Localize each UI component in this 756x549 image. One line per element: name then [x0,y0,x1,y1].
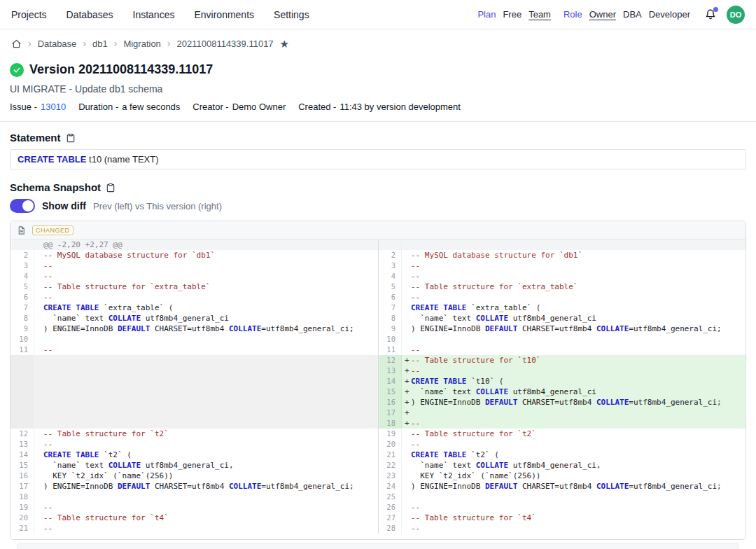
diff-line-number-right: 10 [378,334,402,345]
diff-marker [402,282,411,292]
diff-hint: Prev (left) vs This version (right) [93,201,222,211]
diff-code-left: -- [34,271,378,282]
diff-toggle-row: Show diff Prev (left) vs This version (r… [10,199,746,213]
diff-code-right: `name` text COLLATE utf8mb4_general_ci, [402,460,746,471]
diff-marker [34,429,43,439]
diff-viewer[interactable]: CHANGED @@ -2,20 +2,27 @@2-- MySQL datab… [10,221,746,540]
diff-row: 1010 [10,334,746,345]
breadcrumb-item[interactable]: Migration [123,39,160,49]
statement-section-head: Statement [10,132,746,144]
copy-snapshot-icon[interactable] [106,183,115,193]
diff-row: 4--4-- [10,271,746,282]
issue-link[interactable]: 13010 [41,102,66,112]
snapshot-section-head: Schema Snapshot [10,181,746,193]
diff-line-number-left [10,355,34,366]
version-header: Version 20211008114339.11017 [10,62,746,77]
diff-line-number-left: 5 [10,282,34,292]
diff-marker [402,313,411,324]
chevron-right-icon: › [114,38,118,49]
diff-code-left [34,334,378,345]
diff-code-right: -- [402,502,746,513]
diff-marker [402,523,411,534]
diff-row: 11--11-- [10,345,746,355]
success-check-icon [10,63,24,77]
diff-line-number-right: 25 [378,492,402,502]
diff-row: 19--26-- [10,502,746,513]
diff-line-number-left: 2 [10,250,34,260]
diff-line-number-left: 13 [10,439,34,450]
breadcrumb: ›Database›db1›Migration›20211008114339.1… [0,29,756,57]
diff-row: 14CREATE TABLE `t2` (21CREATE TABLE `t2`… [10,450,746,460]
diff-line-number-right: 20 [378,439,402,450]
nav-item-projects[interactable]: Projects [11,9,47,20]
meta-label: Creator - [192,102,228,112]
role-group: RoleOwnerDBADeveloper [564,9,690,20]
page-title: Version 20211008114339.11017 [29,62,213,77]
nav-item-databases[interactable]: Databases [66,9,113,20]
diff-code-left [34,397,378,408]
diff-marker: + [402,387,411,397]
diff-marker [402,260,411,271]
diff-marker [34,408,43,418]
diff-code-left: -- [34,292,378,303]
diff-marker [34,513,43,523]
nav-item-environments[interactable]: Environments [194,9,254,20]
meta-label: Created - [298,102,336,112]
diff-code-right: + `name` text COLLATE utf8mb4_general_ci [402,387,746,397]
show-diff-toggle[interactable] [10,199,35,213]
breadcrumb-item[interactable]: db1 [92,39,108,49]
diff-row: 17+ [10,408,746,418]
diff-code-right: -- Table structure for `t2` [402,429,746,439]
role-option-dba[interactable]: DBA [623,9,642,20]
diff-line-number-right: 12 [378,355,402,366]
copy-statement-icon[interactable] [66,133,76,143]
diff-line-number-right: 17 [378,408,402,418]
diff-row: 16 KEY `t2_idx` (`name`(256))23 KEY `t2_… [10,471,746,481]
plan-option-free[interactable]: Free [503,9,522,20]
diff-line-number-right: 22 [378,460,402,471]
diff-code-left: -- MySQL database structure for `db1` [34,250,378,260]
diff-line-number-right: 21 [378,450,402,460]
diff-code-right: CREATE TABLE `extra_table` ( [402,303,746,313]
diff-code-left [34,366,378,376]
meta-item: Created -11:43 by version development [298,102,461,112]
nav-item-settings[interactable]: Settings [274,9,309,20]
chevron-right-icon: › [83,38,86,49]
diff-marker [402,460,411,471]
statement-sql: CREATE TABLE t10 (name TEXT) [10,149,746,169]
role-option-owner[interactable]: Owner [589,9,616,20]
diff-row: 13--20-- [10,439,746,450]
diff-code-right: -- MySQL database structure for `db1` [402,250,746,260]
avatar[interactable]: DO [727,6,745,24]
home-icon[interactable] [11,39,22,49]
diff-marker [34,523,43,534]
diff-code-left: -- Table structure for `t4` [34,513,378,523]
breadcrumb-item[interactable]: Database [38,39,77,49]
diff-marker [34,492,43,502]
notification-bell-icon[interactable] [704,8,717,21]
diff-code-right: -- [402,292,746,303]
diff-line-number-right: 11 [378,345,402,355]
diff-row: 17) ENGINE=InnoDB DEFAULT CHARSET=utf8mb… [10,481,746,492]
meta-item: Creator -Demo Owner [192,102,286,112]
diff-line-number-left: 3 [10,260,34,271]
star-icon[interactable]: ★ [280,39,289,49]
diff-code-right [402,492,746,502]
diff-marker [34,481,43,492]
diff-marker [402,429,411,439]
diff-row: 16+) ENGINE=InnoDB DEFAULT CHARSET=utf8m… [10,397,746,408]
nav-item-instances[interactable]: Instances [133,9,175,20]
diff-code-left: ) ENGINE=InnoDB DEFAULT CHARSET=utf8mb4 … [34,324,378,334]
diff-marker [402,492,411,502]
diff-line-number-left: 19 [10,502,34,513]
diff-line-number-left [10,366,34,376]
diff-table: @@ -2,20 +2,27 @@2-- MySQL database stru… [10,239,746,539]
plan-option-team[interactable]: Team [528,9,551,20]
diff-marker [402,513,411,523]
diff-code-left [34,418,378,429]
diff-marker [402,439,411,450]
breadcrumb-item[interactable]: 20211008114339.11017 [177,39,274,49]
diff-marker [34,471,43,481]
diff-marker [34,292,43,303]
role-option-developer[interactable]: Developer [649,9,690,20]
